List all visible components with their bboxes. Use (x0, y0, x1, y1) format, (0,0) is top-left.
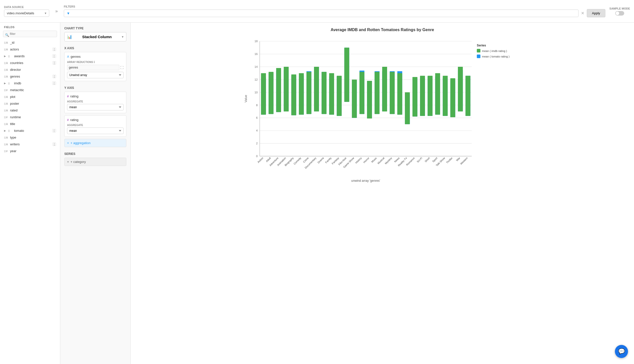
sample-mode-toggle[interactable] (615, 11, 624, 16)
field-badge: {} (52, 82, 56, 85)
y-axis-agg-select-2[interactable]: mean sum min max count (67, 128, 124, 134)
chart-container: 024681012141618ValueActionAdultAdventure… (136, 36, 629, 187)
svg-rect-70 (382, 67, 387, 111)
expand-icon: ⛶ (120, 66, 124, 70)
field-item-countries[interactable]: ||| Acountries[] (0, 59, 60, 66)
svg-text:Horror: Horror (363, 156, 370, 164)
filters-section: Filters ▼ ✕ Apply (64, 5, 605, 17)
main-content: FIELDS 🔍 ||| A_id||| Aactors[]▶|||awards… (0, 23, 634, 364)
svg-text:Short: Short (424, 157, 431, 163)
sample-mode-label: Sample Mode (609, 7, 630, 10)
svg-rect-82 (412, 77, 417, 117)
x-axis-card: A genres ARRAY REDUCTIONS ℹ genres ⛶ Unw… (64, 52, 126, 81)
chart-title: Average IMDB and Rotten Tomatoes Ratings… (136, 28, 629, 32)
field-item-title[interactable]: ||| Atitle (0, 120, 60, 127)
data-source-section: Data Source video.movieDetails ▾ (4, 6, 49, 17)
svg-rect-55 (344, 48, 349, 102)
svg-rect-49 (329, 73, 334, 114)
svg-rect-34 (291, 75, 296, 115)
field-item-year[interactable]: ||| #year (0, 148, 60, 154)
svg-text:0: 0 (256, 155, 258, 158)
field-item-metacritic[interactable]: ||| #metacritic (0, 87, 60, 93)
chart-type-button[interactable]: 📊 Stacked Column ▾ (64, 32, 126, 41)
svg-text:Thriller: Thriller (446, 156, 453, 164)
field-item-runtime[interactable]: ||| #runtime (0, 114, 60, 120)
chat-icon: 💬 (618, 348, 625, 355)
filters-label: Filters (64, 5, 605, 8)
svg-text:mean ( tomato rating ): mean ( tomato rating ) (482, 55, 510, 58)
data-source-value: video.movieDetails (7, 11, 34, 15)
field-item-director[interactable]: ||| Adirector (0, 66, 60, 73)
add-aggregation-button[interactable]: + + aggregation (64, 139, 126, 147)
field-name: awards (14, 54, 50, 58)
filter-bar[interactable]: ▼ (64, 10, 578, 17)
svg-text:Adult: Adult (265, 157, 271, 163)
data-source-select[interactable]: video.movieDetails ▾ (4, 10, 49, 17)
svg-rect-88 (428, 76, 433, 116)
field-name: runtime (10, 115, 56, 119)
field-item-actors[interactable]: ||| Aactors[] (0, 46, 60, 53)
add-category-button[interactable]: + + category (64, 158, 126, 166)
y-axis-title: Y Axis (64, 86, 126, 90)
sample-mode-section: Sample Mode (609, 7, 630, 16)
svg-rect-37 (299, 73, 304, 114)
svg-rect-40 (306, 72, 311, 114)
arrow-separator: » (53, 9, 60, 14)
field-item-awards[interactable]: ▶|||awards{} (0, 53, 60, 59)
field-item-writers[interactable]: ||| Awriters[] (0, 141, 60, 148)
svg-text:War: War (455, 156, 461, 162)
chat-button[interactable]: 💬 (615, 345, 628, 358)
apply-button[interactable]: Apply (587, 9, 606, 17)
field-item-poster[interactable]: ||| Aposter (0, 100, 60, 107)
text-type-icon: ||| A (4, 41, 8, 44)
field-item-tomato[interactable]: ▶|||tomato{} (0, 127, 60, 134)
add-category-label: + category (71, 160, 86, 164)
fields-header: FIELDS (0, 23, 60, 31)
svg-rect-64 (367, 81, 372, 118)
number-type-icon: ||| # (4, 89, 8, 92)
filter-clear-icon[interactable]: ✕ (581, 11, 584, 16)
y-axis-field-type-icon-1: # (67, 95, 69, 98)
field-badge: [] (52, 61, 56, 65)
svg-rect-76 (397, 73, 402, 114)
svg-text:Sci-Fi: Sci-Fi (416, 157, 423, 163)
field-filter-input[interactable] (3, 31, 57, 37)
svg-text:12: 12 (254, 78, 257, 81)
field-name: tomato (14, 129, 50, 133)
svg-rect-61 (359, 72, 364, 114)
svg-rect-58 (352, 80, 357, 118)
svg-text:Action: Action (257, 157, 264, 164)
field-name: genres (10, 75, 50, 78)
field-item-_id[interactable]: ||| A_id (0, 39, 60, 46)
plus-icon: + (67, 141, 69, 145)
field-item-genres[interactable]: ||| Agenres[] (0, 73, 60, 80)
chevron-down-icon: ▾ (122, 35, 124, 39)
y-axis-section: Y Axis # rating AGGREGATE mean sum min m… (64, 86, 126, 147)
field-name: year (10, 149, 56, 153)
array-reductions-label: ARRAY REDUCTIONS ℹ (67, 60, 124, 64)
expand-icon: ▶ (4, 82, 6, 85)
fields-list: ||| A_id||| Aactors[]▶|||awards{}||| Aco… (0, 39, 60, 154)
svg-text:4: 4 (256, 129, 258, 132)
text-type-icon: ||| A (4, 48, 8, 51)
field-name: poster (10, 102, 56, 105)
field-badge: [] (52, 143, 56, 146)
field-item-rated[interactable]: ||| Arated (0, 107, 60, 114)
svg-text:Drama: Drama (317, 156, 325, 164)
y-axis-agg-select-1[interactable]: mean sum min max count (67, 104, 124, 110)
svg-text:Value: Value (244, 95, 248, 102)
field-item-plot[interactable]: ||| Aplot (0, 93, 60, 100)
y-axis-field-type-icon-2: # (67, 118, 69, 122)
array-reduction-select[interactable]: Unwind array Count Sum (67, 72, 124, 78)
field-item-imdb[interactable]: ▶|||imdb{} (0, 80, 60, 87)
array-name-tag: genres (67, 65, 119, 70)
chart-type-title: Chart Type (64, 27, 126, 30)
y-axis-field-row-2: # rating (67, 118, 124, 122)
field-item-type[interactable]: ||| Atype (0, 134, 60, 141)
field-name: plot (10, 95, 56, 99)
number-type-icon: ||| # (4, 116, 8, 119)
top-bar: Data Source video.movieDetails ▾ » Filte… (0, 0, 634, 23)
field-name: rated (10, 108, 56, 112)
number-type-icon: ||| # (4, 150, 8, 153)
svg-text:Western: Western (460, 157, 468, 165)
